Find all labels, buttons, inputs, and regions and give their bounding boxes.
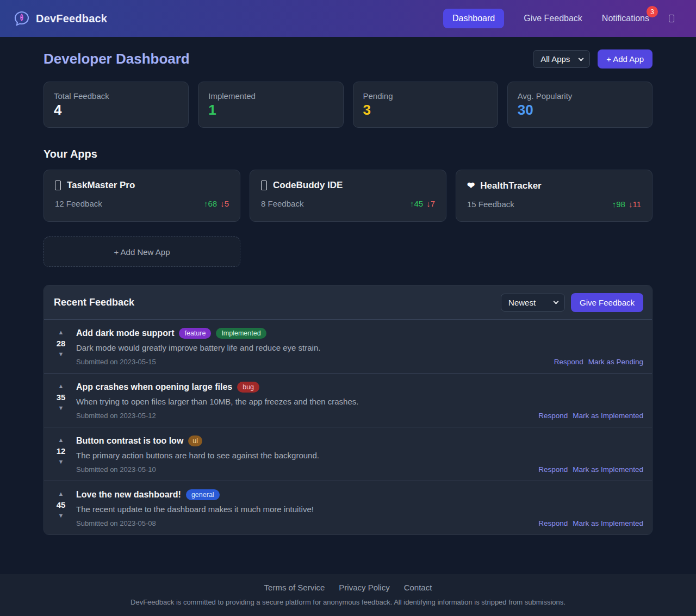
apps-filter-wrap: All Apps: [533, 50, 590, 68]
app-icon: [261, 181, 267, 190]
notifications-badge: 3: [647, 6, 658, 17]
feedback-date: Submitted on 2023-05-15: [76, 358, 156, 366]
mark-as-pending-link[interactable]: Mark as Pending: [588, 358, 643, 366]
app-name: CodeBuddy IDE: [273, 180, 343, 191]
upvote-icon[interactable]: ▲: [58, 437, 64, 443]
stat-value: 3: [363, 102, 488, 119]
recent-feedback-heading: Recent Feedback: [54, 297, 134, 308]
app-votes: ↑68↓5: [204, 199, 229, 208]
nav-notifications[interactable]: Notifications 3: [602, 14, 649, 23]
feedback-row: ▲ 35 ▼ App crashes when opening large fi…: [44, 373, 652, 427]
upvote-icon[interactable]: ▲: [58, 383, 64, 389]
mark-as-implemented-link[interactable]: Mark as Implemented: [573, 519, 643, 527]
footer: Terms of Service Privacy Policy Contact …: [0, 574, 696, 616]
sort-select[interactable]: Newest: [501, 294, 565, 312]
give-feedback-button[interactable]: Give Feedback: [571, 293, 643, 312]
feedback-date: Submitted on 2023-05-10: [76, 465, 156, 474]
stat-label: Implemented: [208, 91, 333, 101]
sort-select-wrap: Newest: [501, 294, 565, 312]
stat-value: 30: [518, 102, 642, 119]
apps-grid: TaskMaster Pro 12 Feedback ↑68↓5 CodeBud…: [44, 170, 652, 222]
downvote-icon[interactable]: ▼: [58, 405, 64, 411]
mark-as-implemented-link[interactable]: Mark as Implemented: [573, 465, 643, 474]
add-new-app-button[interactable]: + Add New App: [44, 237, 240, 267]
mark-as-implemented-link[interactable]: Mark as Implemented: [573, 412, 643, 420]
tag-implemented: Implemented: [216, 328, 266, 339]
footer-link-terms[interactable]: Terms of Service: [264, 583, 325, 592]
feedback-title: Add dark mode support: [76, 328, 174, 338]
stat-avg-popularity: Avg. Popularity 30: [507, 82, 652, 128]
theme-toggle-icon[interactable]: [669, 15, 674, 22]
tag-general: general: [186, 489, 220, 500]
app-votes: ↑98↓11: [612, 200, 641, 209]
app-name: HealthTracker: [480, 181, 541, 191]
feedback-row: ▲ 45 ▼ Love the new dashboard! general T…: [44, 481, 652, 534]
feedback-title: App crashes when opening large files: [76, 382, 232, 392]
speech-bubble-eye-logo-icon: [13, 10, 30, 27]
stat-pending: Pending 3: [353, 82, 498, 128]
app-feedback-count: 15 Feedback: [467, 200, 514, 209]
your-apps-heading: Your Apps: [44, 148, 652, 160]
tag-feature: feature: [179, 328, 211, 339]
respond-link[interactable]: Respond: [538, 519, 568, 527]
feedback-date: Submitted on 2023-05-08: [76, 519, 156, 527]
downvote-icon[interactable]: ▼: [58, 351, 64, 357]
tag-bug: bug: [237, 382, 259, 393]
app-votes: ↑45↓7: [410, 199, 435, 208]
app-card-codebuddy-ide[interactable]: CodeBuddy IDE 8 Feedback ↑45↓7: [250, 170, 446, 222]
app-name: TaskMaster Pro: [67, 180, 135, 191]
respond-link[interactable]: Respond: [538, 465, 568, 474]
main-nav: Dashboard Give Feedback Notifications 3: [443, 9, 674, 28]
footer-note: DevFeedback is committed to providing a …: [0, 598, 696, 606]
stat-value: 1: [208, 102, 333, 119]
upvote-icon[interactable]: ▲: [58, 329, 64, 335]
feedback-description: The primary action buttons are hard to s…: [76, 451, 643, 460]
nav-dashboard[interactable]: Dashboard: [443, 9, 504, 28]
vote-count: 28: [57, 338, 66, 349]
app-feedback-count: 8 Feedback: [261, 199, 303, 208]
footer-link-privacy[interactable]: Privacy Policy: [339, 583, 389, 592]
add-app-button[interactable]: + Add App: [598, 49, 652, 69]
stat-label: Pending: [363, 91, 488, 101]
brand-name: DevFeedback: [36, 13, 107, 25]
feedback-description: The recent update to the dashboard makes…: [76, 505, 643, 514]
recent-feedback-card: Recent Feedback Newest Give Feedback ▲ 2…: [44, 285, 652, 535]
app-card-healthtracker[interactable]: ❤ HealthTracker 15 Feedback ↑98↓11: [456, 170, 652, 222]
vote-count: 45: [57, 499, 66, 511]
stat-implemented: Implemented 1: [198, 82, 343, 128]
stat-label: Avg. Popularity: [518, 91, 642, 101]
feedback-description: When trying to open files larger than 10…: [76, 397, 643, 406]
vote-count: 35: [57, 391, 66, 403]
vote-count: 12: [57, 445, 66, 457]
feedback-title: Button contrast is too low: [76, 436, 183, 446]
app-card-taskmaster-pro[interactable]: TaskMaster Pro 12 Feedback ↑68↓5: [44, 170, 240, 222]
upvote-icon[interactable]: ▲: [58, 491, 64, 497]
downvote-icon[interactable]: ▼: [58, 459, 64, 465]
nav-give-feedback[interactable]: Give Feedback: [524, 14, 582, 23]
top-navbar: DevFeedback Dashboard Give Feedback Noti…: [0, 0, 696, 37]
heart-icon: ❤: [467, 180, 475, 191]
footer-link-contact[interactable]: Contact: [404, 583, 432, 592]
apps-filter-select[interactable]: All Apps: [533, 50, 590, 68]
stat-total-feedback: Total Feedback 4: [44, 82, 189, 128]
tag-ui: ui: [188, 435, 202, 446]
main-content: Developer Dashboard All Apps + Add App T…: [0, 37, 696, 574]
app-icon: [55, 181, 61, 190]
feedback-title: Love the new dashboard!: [76, 490, 181, 500]
downvote-icon[interactable]: ▼: [58, 513, 64, 519]
app-feedback-count: 12 Feedback: [55, 199, 102, 208]
respond-link[interactable]: Respond: [538, 412, 568, 420]
stat-value: 4: [54, 102, 178, 119]
stat-label: Total Feedback: [54, 91, 178, 101]
feedback-description: Dark mode would greatly improve battery …: [76, 343, 643, 352]
stats-row: Total Feedback 4 Implemented 1 Pending 3…: [44, 82, 652, 128]
feedback-date: Submitted on 2023-05-12: [76, 412, 156, 420]
feedback-row: ▲ 28 ▼ Add dark mode support feature Imp…: [44, 319, 652, 373]
page-title: Developer Dashboard: [44, 51, 190, 67]
brand[interactable]: DevFeedback: [13, 10, 107, 27]
respond-link[interactable]: Respond: [554, 358, 583, 366]
feedback-row: ▲ 12 ▼ Button contrast is too low ui The…: [44, 427, 652, 481]
